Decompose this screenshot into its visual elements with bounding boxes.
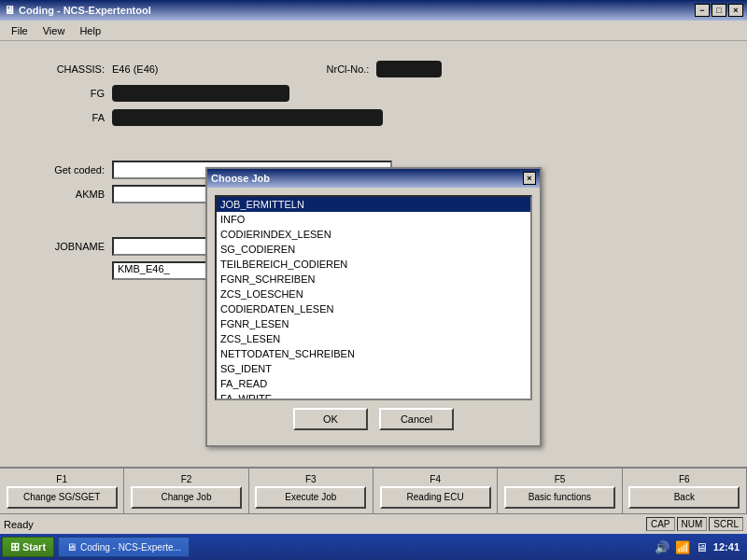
fa-label: FA (37, 112, 112, 123)
job-listbox[interactable]: JOB_ERMITTELNINFOCODIERINDEX_LESENSG_COD… (215, 195, 532, 400)
tray-icon-3: 🖥 (696, 540, 708, 554)
func-group-f1: F1Change SG/SGET (0, 469, 124, 513)
chassis-row: CHASSIS: E46 (E46) NrCl-No.: (37, 58, 710, 80)
job-item[interactable]: SG_IDENT (217, 361, 530, 376)
func-group-f6: F6Back (623, 469, 747, 513)
tray-icon-2: 📶 (675, 540, 690, 554)
statusbar-indicators: CAPNUMSCRL (646, 517, 743, 531)
func-btn-f4[interactable]: Reading ECU (380, 486, 491, 509)
job-item[interactable]: FA_READ (217, 376, 530, 391)
nrcl-value (376, 61, 442, 77)
start-icon: ⊞ (10, 540, 20, 553)
status-indicator-scrl: SCRL (709, 517, 743, 531)
status-indicator-num: NUM (677, 517, 708, 531)
get-coded-label: Get coded: (37, 164, 112, 175)
func-key-f6: F6 (679, 474, 690, 484)
spacer1 (37, 131, 710, 159)
job-item[interactable]: ZCS_LOESCHEN (217, 287, 530, 301)
job-item[interactable]: CODIERDATEN_LESEN (217, 301, 530, 316)
func-btn-f1[interactable]: Change SG/SGET (7, 486, 118, 509)
akmb-label: AKMB (37, 189, 112, 200)
dialog-buttons: OK Cancel (215, 408, 532, 438)
fg-value (112, 85, 289, 102)
func-key-f5: F5 (555, 474, 566, 484)
job-item[interactable]: SG_CODIEREN (217, 242, 530, 257)
funcbar: F1Change SG/SGETF2Change JobF3Execute Jo… (0, 467, 747, 513)
fa-row: FA (37, 106, 710, 129)
fg-label: FG (37, 88, 112, 99)
clock: 12:41 (713, 541, 740, 553)
func-btn-f5[interactable]: Basic functions (504, 486, 615, 509)
chassis-value: E46 (E46) (112, 63, 159, 75)
minimize-button[interactable]: − (695, 4, 710, 17)
main-content: CHASSIS: E46 (E46) NrCl-No.: FG FA Get c… (0, 41, 747, 431)
maximize-button[interactable]: □ (712, 4, 726, 17)
titlebar-left: 🖥 Coding - NCS-Expertentool (4, 4, 151, 17)
dialog-titlebar: Choose Job × (207, 169, 540, 188)
func-group-f4: F4Reading ECU (374, 469, 498, 513)
func-btn-f3[interactable]: Execute Job (255, 486, 366, 509)
func-group-f5: F5Basic functions (498, 469, 622, 513)
job-item[interactable]: FGNR_LESEN (217, 316, 530, 331)
func-key-f1: F1 (56, 474, 67, 484)
job-item[interactable]: ZCS_LESEN (217, 331, 530, 346)
choose-job-dialog: Choose Job × JOB_ERMITTELNINFOCODIERINDE… (205, 167, 542, 447)
dialog-body: JOB_ERMITTELNINFOCODIERINDEX_LESENSG_COD… (207, 188, 540, 445)
fa-value (112, 109, 383, 126)
close-button[interactable]: × (728, 4, 743, 17)
func-btn-f2[interactable]: Change Job (131, 486, 242, 509)
start-button[interactable]: ⊞ Start (2, 537, 54, 557)
job-item[interactable]: FA_WRITE (217, 391, 530, 400)
taskbar-app-item[interactable]: 🖥 Coding - NCS-Experte... (58, 537, 190, 557)
job-item[interactable]: JOB_ERMITTELN (217, 197, 530, 212)
taskbar-app-label: Coding - NCS-Experte... (80, 542, 181, 553)
job-item[interactable]: CODIERINDEX_LESEN (217, 227, 530, 242)
statusbar: Ready CAPNUMSCRL (0, 513, 747, 534)
job-text: KMB_E46_ (114, 261, 174, 276)
func-btn-f6[interactable]: Back (628, 486, 740, 509)
func-group-f2: F2Change Job (124, 469, 248, 513)
status-text: Ready (4, 519, 646, 530)
system-tray: 🔊 📶 🖥 12:41 (655, 540, 745, 554)
menu-file[interactable]: File (4, 23, 35, 38)
nrcl-label: NrCl-No.: (327, 63, 377, 75)
window-title: Coding - NCS-Expertentool (19, 5, 151, 16)
func-key-f4: F4 (430, 474, 441, 484)
job-item[interactable]: FGNR_SCHREIBEN (217, 272, 530, 287)
titlebar-controls: − □ × (695, 4, 743, 17)
job-item[interactable]: TEILBEREICH_CODIEREN (217, 257, 530, 272)
tray-icon-1: 🔊 (655, 540, 669, 554)
status-indicator-cap: CAP (646, 517, 675, 531)
func-group-f3: F3Execute Job (249, 469, 374, 513)
jobname-label: JOBNAME (37, 241, 112, 252)
job-item[interactable]: NETTODATEN_SCHREIBEN (217, 346, 530, 361)
titlebar: 🖥 Coding - NCS-Expertentool − □ × (0, 0, 747, 21)
app-icon: 🖥 (4, 4, 15, 17)
taskbar: ⊞ Start 🖥 Coding - NCS-Experte... 🔊 📶 🖥 … (0, 534, 747, 560)
menu-view[interactable]: View (35, 23, 73, 38)
chassis-label: CHASSIS: (37, 63, 112, 75)
ok-button[interactable]: OK (293, 408, 368, 430)
dialog-title: Choose Job (211, 173, 270, 184)
menubar: File View Help (0, 21, 747, 41)
taskbar-app-icon: 🖥 (66, 541, 77, 553)
dialog-close-button[interactable]: × (523, 172, 536, 185)
job-item[interactable]: INFO (217, 212, 530, 227)
func-key-f2: F2 (181, 474, 192, 484)
func-key-f3: F3 (305, 474, 317, 484)
cancel-button[interactable]: Cancel (379, 408, 454, 430)
menu-help[interactable]: Help (72, 23, 108, 38)
fg-row: FG (37, 82, 710, 105)
start-label: Start (22, 541, 46, 553)
